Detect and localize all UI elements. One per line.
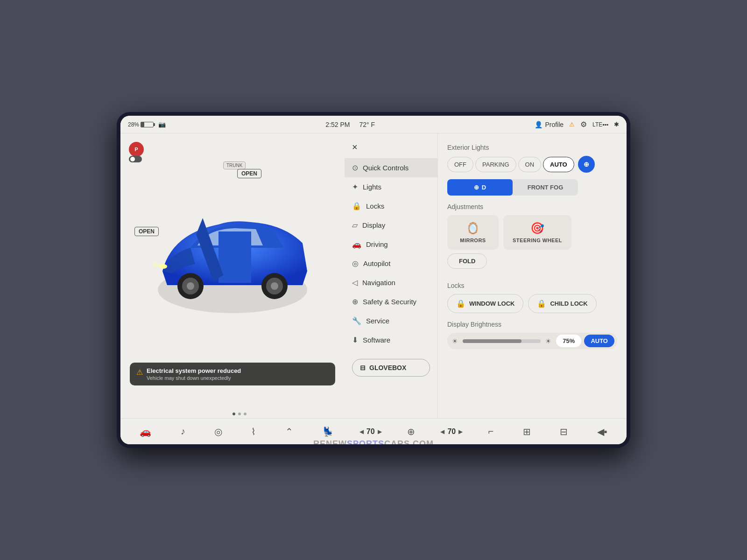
menu-item-software[interactable]: ⬇ Software xyxy=(345,330,437,350)
bluetooth-icon: ✱ xyxy=(614,121,619,128)
light-off-button[interactable]: OFF xyxy=(447,157,473,172)
defrost-front-icon[interactable]: ⊟ xyxy=(556,422,571,441)
watermark-renew: RENEW xyxy=(313,439,347,444)
user-icon: 👤 xyxy=(535,121,543,128)
child-lock-label: CHILD LOCK xyxy=(550,300,587,307)
menu-item-safety[interactable]: ⊕ Safety & Security xyxy=(345,292,437,311)
menu-item-lights[interactable]: ✦ Lights xyxy=(345,177,437,196)
volume-icon[interactable]: ◀▪ xyxy=(593,422,611,441)
glovebox-icon: ⊟ xyxy=(360,364,366,371)
brightness-value: 75% xyxy=(556,335,581,347)
menu-item-locks[interactable]: 🔒 Locks xyxy=(345,196,437,216)
brightness-fill xyxy=(463,339,521,343)
driving-icon: 🚗 xyxy=(352,240,361,249)
battery-bar xyxy=(141,122,154,127)
temp-control-left: ◀ 70 ▶ xyxy=(359,427,382,436)
menu-item-navigation[interactable]: ◁ Navigation xyxy=(345,273,437,292)
close-button[interactable]: × xyxy=(345,138,437,156)
fan-icon[interactable]: ⊕ xyxy=(403,422,419,441)
fold-button-wrapper: FOLD xyxy=(447,253,617,275)
child-lock-icon: 🔒 xyxy=(537,299,546,308)
expand-icon[interactable]: ⌃ xyxy=(282,422,297,441)
temp-left-decrease[interactable]: ◀ xyxy=(359,428,364,435)
menu-item-display[interactable]: ▱ Display xyxy=(345,216,437,235)
car-panel: P TRUNK OPEN xyxy=(120,133,345,418)
light-auto-button[interactable]: AUTO xyxy=(543,157,574,172)
mirrors-icon: 🪞 xyxy=(466,222,480,235)
defrost-rear-icon[interactable]: ⊞ xyxy=(519,422,535,441)
menu-label-locks: Locks xyxy=(366,202,384,210)
lights-buttons-row: OFF PARKING ON AUTO ⊕ xyxy=(447,156,617,173)
temperature: 72° F xyxy=(359,121,375,128)
software-icon: ⬇ xyxy=(352,336,358,344)
window-lock-label: WINDOW LOCK xyxy=(469,300,514,307)
brightness-track[interactable] xyxy=(463,339,541,343)
status-left: 28% 📷 xyxy=(128,121,166,128)
alert-icon: ⚠ xyxy=(136,368,143,377)
temp-left-increase[interactable]: ▶ xyxy=(378,428,382,435)
drl-button[interactable]: ⊕ D xyxy=(447,179,513,196)
menu-label-autopilot: Autopilot xyxy=(363,259,390,267)
drl-active-button[interactable]: ⊕ xyxy=(578,156,595,173)
menu-label-lights: Lights xyxy=(363,183,381,191)
locks-title: Locks xyxy=(447,282,617,289)
door-icon[interactable]: ⌐ xyxy=(485,422,498,441)
service-icon: 🔧 xyxy=(352,316,361,325)
main-screen: 28% 📷 2:52 PM 72° F 👤 Profile ⚠ ⚙ LTE▪▪▪ xyxy=(120,116,627,444)
car-icon[interactable]: 🚗 xyxy=(136,422,155,441)
menu-label-driving: Driving xyxy=(366,240,388,248)
child-lock-button[interactable]: 🔒 CHILD LOCK xyxy=(528,294,596,313)
menu-item-driving[interactable]: 🚗 Driving xyxy=(345,235,437,254)
apps-icon[interactable]: ◎ xyxy=(211,422,226,441)
steering-wheel-icon: 🎯 xyxy=(530,222,544,235)
display-icon: ▱ xyxy=(352,221,358,230)
mirrors-button[interactable]: 🪞 MIRRORS xyxy=(447,215,499,250)
menu-item-service[interactable]: 🔧 Service xyxy=(345,311,437,330)
safety-icon: ⊕ xyxy=(352,297,358,306)
profile-label: Profile xyxy=(545,121,564,128)
music-icon[interactable]: ♪ xyxy=(177,422,189,441)
page-dots xyxy=(233,413,247,415)
temp-left-value: 70 xyxy=(366,427,375,436)
menu-label-software: Software xyxy=(363,336,390,344)
mirrors-label: MIRRORS xyxy=(460,238,486,243)
settings-icon[interactable]: ⚙ xyxy=(580,120,587,129)
front-fog-button[interactable]: FRONT FOG xyxy=(513,179,578,196)
car-svg xyxy=(144,196,321,327)
frunk-open: OPEN xyxy=(134,227,159,236)
temp-right-decrease[interactable]: ◀ xyxy=(440,428,444,435)
watermark-cars: CARS.COM xyxy=(384,439,434,444)
fold-label: FOLD xyxy=(459,258,475,265)
menu-panel: × ⊙ Quick Controls ✦ Lights 🔒 Locks ▱ Di… xyxy=(345,133,438,418)
menu-label-display: Display xyxy=(362,221,385,229)
profile-button[interactable]: 👤 Profile xyxy=(535,121,564,128)
temp-right-value: 70 xyxy=(447,427,456,436)
glovebox-button[interactable]: ⊟ GLOVEBOX xyxy=(352,359,430,377)
battery-indicator: 28% xyxy=(128,121,154,128)
brightness-auto-button[interactable]: AUTO xyxy=(584,335,614,347)
steering-wheel-button[interactable]: 🎯 STEERING WHEEL xyxy=(503,215,571,250)
brightness-title: Display Brightness xyxy=(447,321,617,328)
alert-banner: ⚠ Electrical system power reduced Vehicl… xyxy=(130,363,335,385)
battery-percent: 28% xyxy=(128,121,139,128)
menu-item-autopilot[interactable]: ◎ Autopilot xyxy=(345,254,437,273)
quick-controls-icon: ⊙ xyxy=(352,163,358,172)
temp-control-right: ◀ 70 ▶ xyxy=(440,427,463,436)
light-on-button[interactable]: ON xyxy=(518,157,542,172)
status-right: 👤 Profile ⚠ ⚙ LTE▪▪▪ ✱ xyxy=(535,120,619,129)
watermark-sports: SPORTS xyxy=(347,439,384,444)
autopilot-icon: ◎ xyxy=(352,259,359,268)
menu-item-quick-controls[interactable]: ⊙ Quick Controls xyxy=(345,158,437,177)
car-image-area xyxy=(120,133,345,390)
wiper-icon[interactable]: ⌇ xyxy=(247,422,260,441)
light-parking-button[interactable]: PARKING xyxy=(475,157,516,172)
alert-title: Electrical system power reduced xyxy=(147,367,241,374)
brightness-low-icon: ☀ xyxy=(450,337,460,345)
window-lock-button[interactable]: 🔒 WINDOW LOCK xyxy=(447,294,523,313)
temp-right-increase[interactable]: ▶ xyxy=(458,428,463,435)
front-fog-label: FRONT FOG xyxy=(528,184,564,191)
menu-label-service: Service xyxy=(366,317,389,325)
seat-icon[interactable]: 💺 xyxy=(318,422,338,441)
fold-button[interactable]: FOLD xyxy=(447,253,487,269)
camera-icon: 📷 xyxy=(158,121,166,128)
